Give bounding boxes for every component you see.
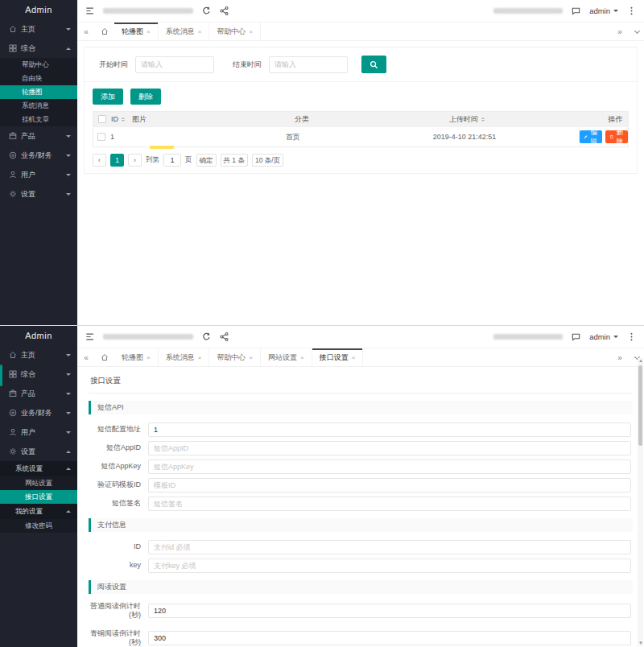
sidebar-group-system-settings[interactable]: 系统设置 bbox=[0, 461, 77, 476]
select-all-checkbox[interactable] bbox=[98, 115, 106, 123]
flexible-icon[interactable] bbox=[85, 6, 94, 15]
flexible-icon[interactable] bbox=[85, 332, 94, 341]
refresh-icon[interactable] bbox=[202, 6, 211, 15]
edit-button[interactable]: 编辑 bbox=[580, 130, 602, 143]
bronze-read-countdown-input[interactable] bbox=[148, 631, 631, 645]
per-page-select[interactable]: 10 条/页 bbox=[252, 154, 283, 167]
refresh-icon[interactable] bbox=[202, 332, 211, 341]
tab-help-center[interactable]: 帮助中心 bbox=[209, 23, 261, 40]
search-button[interactable] bbox=[361, 56, 386, 73]
add-button[interactable]: 添加 bbox=[93, 89, 123, 105]
sort-icon[interactable] bbox=[481, 116, 485, 123]
next-page-button[interactable] bbox=[128, 154, 142, 167]
scrollbar-thumb[interactable] bbox=[638, 365, 642, 446]
payment-key-input[interactable] bbox=[148, 558, 631, 573]
goto-page-input[interactable] bbox=[163, 154, 181, 167]
sms-appkey-input[interactable] bbox=[148, 459, 631, 474]
confirm-page-button[interactable]: 确定 bbox=[196, 154, 217, 167]
sidebar-item-business[interactable]: 业务/财务 bbox=[0, 403, 77, 422]
sidebar-item-change-password[interactable]: 修改密码 bbox=[0, 519, 77, 533]
sidebar-item-hangup-article[interactable]: 挂机文章 bbox=[0, 113, 77, 126]
tab-api-settings[interactable]: 接口设置 bbox=[312, 348, 364, 366]
more-dots-icon[interactable] bbox=[627, 332, 636, 341]
sidebar-item-label: 用户 bbox=[21, 170, 35, 180]
section-sms-api: 短信API bbox=[89, 401, 633, 414]
close-icon[interactable] bbox=[198, 354, 202, 361]
sms-template-id-input[interactable] bbox=[148, 478, 631, 492]
collapse-left-icon[interactable] bbox=[77, 23, 95, 40]
sms-appid-input[interactable] bbox=[148, 441, 631, 455]
more-dots-icon[interactable] bbox=[627, 6, 636, 15]
field-label: 青铜阅读倒计时(秒) bbox=[89, 629, 148, 647]
close-icon[interactable] bbox=[300, 354, 304, 361]
home-tab-icon[interactable] bbox=[95, 23, 114, 40]
close-icon[interactable] bbox=[352, 354, 356, 361]
tab-system-message[interactable]: 系统消息 bbox=[159, 348, 210, 366]
sidebar-item-general[interactable]: 综合 bbox=[0, 39, 77, 58]
sidebar-item-label: 用户 bbox=[21, 427, 35, 438]
sidebar-item-settings[interactable]: 设置 bbox=[0, 184, 77, 204]
sidebar-item-product[interactable]: 产品 bbox=[0, 384, 77, 403]
share-icon[interactable] bbox=[220, 6, 229, 15]
row-delete-button[interactable]: 删除 bbox=[605, 130, 628, 143]
user-menu[interactable]: admin bbox=[589, 6, 618, 15]
prev-page-button[interactable] bbox=[93, 154, 106, 167]
row-checkbox[interactable] bbox=[97, 133, 105, 141]
sidebar-item-home[interactable]: 主页 bbox=[0, 19, 77, 39]
expand-right-icon[interactable] bbox=[611, 353, 629, 362]
chevron-down-icon bbox=[66, 371, 71, 378]
end-time-input[interactable] bbox=[269, 56, 348, 73]
start-time-input[interactable] bbox=[135, 56, 214, 73]
sidebar-item-help-center[interactable]: 帮助中心 bbox=[0, 58, 77, 72]
sidebar-item-product[interactable]: 产品 bbox=[0, 126, 77, 146]
sidebar-item-general[interactable]: 综合 bbox=[0, 365, 77, 384]
sms-signature-input[interactable] bbox=[148, 497, 631, 511]
close-icon[interactable] bbox=[198, 28, 202, 35]
sidebar-item-settings[interactable]: 设置 bbox=[0, 442, 77, 461]
edit-icon bbox=[584, 134, 588, 140]
expand-right-icon[interactable] bbox=[611, 27, 629, 36]
content-scrollbar[interactable]: ▲ ▼ bbox=[638, 358, 643, 646]
sidebar-item-home[interactable]: 主页 bbox=[0, 345, 77, 365]
tab-help-center[interactable]: 帮助中心 bbox=[209, 348, 261, 366]
home-tab-icon[interactable] bbox=[95, 348, 114, 366]
normal-read-countdown-input[interactable] bbox=[148, 604, 631, 618]
tab-carousel[interactable]: 轮播图 bbox=[114, 23, 159, 40]
table-row: 1 首页 2019-4-10 21:42:51 编 bbox=[93, 126, 628, 146]
sidebar-item-free-block[interactable]: 自由块 bbox=[0, 72, 77, 85]
user-menu[interactable]: admin bbox=[589, 332, 618, 341]
chevron-down-icon bbox=[66, 171, 71, 179]
delete-button[interactable]: 删除 bbox=[130, 89, 161, 105]
field-label: 验证码模板ID bbox=[89, 480, 148, 489]
scroll-down-icon[interactable]: ▼ bbox=[638, 641, 642, 645]
collapse-left-icon[interactable] bbox=[77, 348, 95, 366]
close-icon[interactable] bbox=[249, 28, 253, 35]
sidebar-item-label: 设置 bbox=[21, 189, 35, 200]
tab-carousel[interactable]: 轮播图 bbox=[114, 348, 159, 366]
sidebar-item-label: 主页 bbox=[21, 350, 35, 361]
sidebar-item-label: 业务/财务 bbox=[21, 150, 52, 161]
share-icon[interactable] bbox=[220, 332, 229, 341]
close-icon[interactable] bbox=[147, 28, 151, 35]
sidebar-item-api-settings[interactable]: 接口设置 bbox=[0, 490, 77, 504]
sidebar-item-system-message[interactable]: 系统消息 bbox=[0, 99, 77, 113]
close-icon[interactable] bbox=[147, 354, 151, 361]
sidebar-item-carousel[interactable]: 轮播图 bbox=[0, 85, 77, 99]
tab-dropdown-icon[interactable] bbox=[634, 27, 640, 33]
tab-website-settings[interactable]: 网站设置 bbox=[261, 348, 312, 366]
tab-system-message[interactable]: 系统消息 bbox=[159, 23, 210, 40]
close-icon[interactable] bbox=[249, 354, 253, 361]
sidebar-item-business[interactable]: 业务/财务 bbox=[0, 146, 77, 165]
sidebar-item-user[interactable]: 用户 bbox=[0, 165, 77, 184]
message-icon[interactable] bbox=[572, 6, 580, 15]
sms-config-address-input[interactable] bbox=[148, 422, 631, 437]
current-page-button[interactable]: 1 bbox=[110, 154, 124, 167]
sort-icon[interactable] bbox=[122, 116, 125, 123]
scroll-up-icon[interactable]: ▲ bbox=[638, 359, 642, 363]
sidebar-item-website-settings[interactable]: 网站设置 bbox=[0, 476, 77, 490]
payment-id-input[interactable] bbox=[148, 540, 631, 554]
sidebar-scrollbar-thumb[interactable] bbox=[0, 365, 2, 386]
message-icon[interactable] bbox=[572, 332, 580, 341]
sidebar-group-my-settings[interactable]: 我的设置 bbox=[0, 504, 77, 519]
sidebar-item-user[interactable]: 用户 bbox=[0, 422, 77, 442]
